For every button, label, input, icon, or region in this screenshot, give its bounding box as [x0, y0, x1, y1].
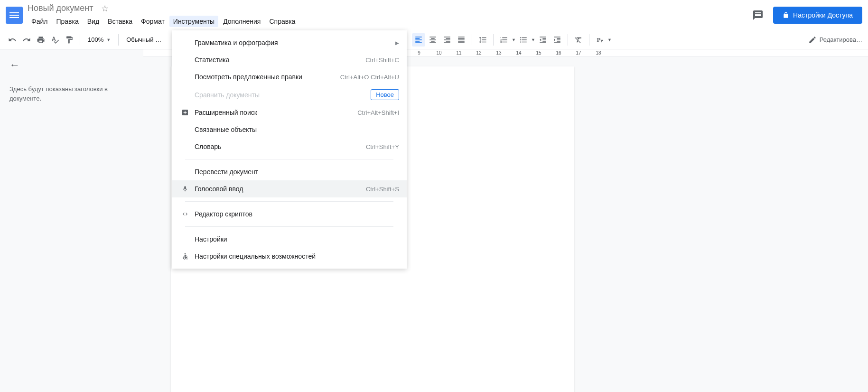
toolbar: 100%▼ Обычный … ▼ ▼ ▼ Pᵧ ▼ Редактирова…	[0, 30, 868, 49]
menu-voice-typing[interactable]: Голосовой ввод Ctrl+Shift+S	[172, 180, 407, 197]
pencil-icon	[808, 36, 817, 44]
back-arrow-icon[interactable]: ←	[9, 59, 20, 71]
docs-logo-icon[interactable]	[6, 7, 23, 24]
menu-compare-documents: Сравнить документы Новое	[172, 85, 407, 104]
menu-file[interactable]: Файл	[28, 16, 51, 27]
microphone-icon	[179, 184, 191, 194]
ruler-tick: 15	[529, 50, 549, 56]
separator	[80, 34, 80, 46]
main-area: ← Здесь будут показаны заголовки в докум…	[0, 49, 868, 392]
zoom-select[interactable]: 100%▼	[84, 34, 114, 45]
share-button[interactable]: Настройки Доступа	[773, 7, 862, 24]
lock-icon	[783, 12, 789, 19]
ruler-tick: 10	[429, 50, 449, 56]
blank-icon	[179, 90, 191, 100]
menu-edit[interactable]: Правка	[52, 16, 82, 27]
menu-grammar-spelling[interactable]: Грамматика и орфография ▶	[172, 34, 407, 51]
align-left-button[interactable]	[412, 33, 425, 47]
blank-icon	[179, 38, 191, 47]
ruler-tick: 13	[489, 50, 509, 56]
editing-mode-select[interactable]: Редактирова…	[808, 36, 862, 44]
accessibility-icon	[179, 252, 191, 261]
menu-preferences[interactable]: Настройки	[172, 231, 407, 248]
submenu-arrow-icon: ▶	[395, 40, 399, 46]
menu-dictionary[interactable]: Словарь Ctrl+Shift+Y	[172, 138, 407, 155]
line-spacing-button[interactable]	[476, 33, 489, 47]
align-justify-button[interactable]	[455, 33, 468, 47]
blank-icon	[179, 234, 191, 244]
menu-explore[interactable]: Расширенный поиск Ctrl+Alt+Shift+I	[172, 104, 407, 121]
ruler-tick: 16	[549, 50, 569, 56]
decrease-indent-button[interactable]	[536, 33, 550, 47]
paragraph-style-select[interactable]: Обычный …	[122, 34, 170, 45]
blank-icon	[179, 142, 191, 151]
ruler-tick: 9	[409, 50, 429, 56]
chevron-down-icon[interactable]: ▼	[512, 37, 516, 42]
blank-icon	[179, 167, 191, 177]
input-tools-button[interactable]: Pᵧ	[593, 33, 607, 47]
menu-review-suggestions[interactable]: Посмотреть предложенные правки Ctrl+Alt+…	[172, 68, 407, 85]
comments-icon[interactable]	[749, 7, 766, 24]
menu-tools[interactable]: Инструменты	[169, 16, 218, 27]
menu-separator	[185, 201, 393, 202]
menu-translate[interactable]: Перевести документ	[172, 163, 407, 180]
clear-formatting-button[interactable]	[572, 33, 585, 47]
separator	[568, 34, 568, 46]
blank-icon	[179, 72, 191, 82]
separator	[118, 34, 119, 46]
print-button[interactable]	[34, 33, 47, 47]
increase-indent-button[interactable]	[551, 33, 564, 47]
menu-view[interactable]: Вид	[84, 16, 103, 27]
ruler-tick: 14	[509, 50, 529, 56]
align-right-button[interactable]	[440, 33, 454, 47]
menu-separator	[185, 159, 393, 159]
menu-linked-objects[interactable]: Связанные объекты	[172, 121, 407, 138]
separator	[493, 34, 494, 46]
numbered-list-button[interactable]	[497, 33, 511, 47]
menu-addons[interactable]: Дополнения	[219, 16, 264, 27]
align-center-button[interactable]	[426, 33, 439, 47]
separator	[472, 34, 472, 46]
header: Новый документ ☆ Файл Правка Вид Вставка…	[0, 0, 868, 30]
spellcheck-button[interactable]	[48, 33, 62, 47]
ruler-tick: 11	[449, 50, 469, 56]
menu-insert[interactable]: Вставка	[104, 16, 136, 27]
separator	[589, 34, 589, 46]
outline-panel: ← Здесь будут показаны заголовки в докум…	[0, 49, 143, 392]
new-badge: Новое	[371, 89, 399, 100]
undo-button[interactable]	[6, 33, 19, 47]
menu-format[interactable]: Формат	[137, 16, 168, 27]
ruler-tick: 12	[469, 50, 489, 56]
paint-format-button[interactable]	[63, 33, 76, 47]
explore-icon	[179, 108, 191, 117]
menu-word-count[interactable]: Статистика Ctrl+Shift+C	[172, 51, 407, 68]
document-title[interactable]: Новый документ	[28, 3, 93, 13]
menu-accessibility[interactable]: Настройки специальных возможностей	[172, 248, 407, 265]
ruler-tick: 18	[588, 50, 608, 56]
share-label: Настройки Доступа	[793, 11, 853, 19]
menu-script-editor[interactable]: Редактор скриптов	[172, 205, 407, 223]
redo-button[interactable]	[20, 33, 33, 47]
tools-dropdown-menu: Грамматика и орфография ▶ Статистика Ctr…	[172, 30, 407, 269]
svg-point-1	[185, 253, 186, 254]
chevron-down-icon[interactable]: ▼	[607, 37, 612, 42]
blank-icon	[179, 55, 191, 65]
outline-empty-text: Здесь будут показаны заголовки в докумен…	[9, 84, 134, 103]
code-icon	[179, 209, 191, 219]
chevron-down-icon[interactable]: ▼	[531, 37, 535, 42]
star-icon[interactable]: ☆	[101, 4, 109, 13]
bulleted-list-button[interactable]	[517, 33, 530, 47]
menubar: Файл Правка Вид Вставка Формат Инструмен…	[28, 16, 749, 27]
blank-icon	[179, 125, 191, 134]
title-area: Новый документ ☆ Файл Правка Вид Вставка…	[28, 3, 749, 28]
menu-help[interactable]: Справка	[265, 16, 299, 27]
ruler-tick: 17	[569, 50, 588, 56]
menu-separator	[185, 226, 393, 227]
